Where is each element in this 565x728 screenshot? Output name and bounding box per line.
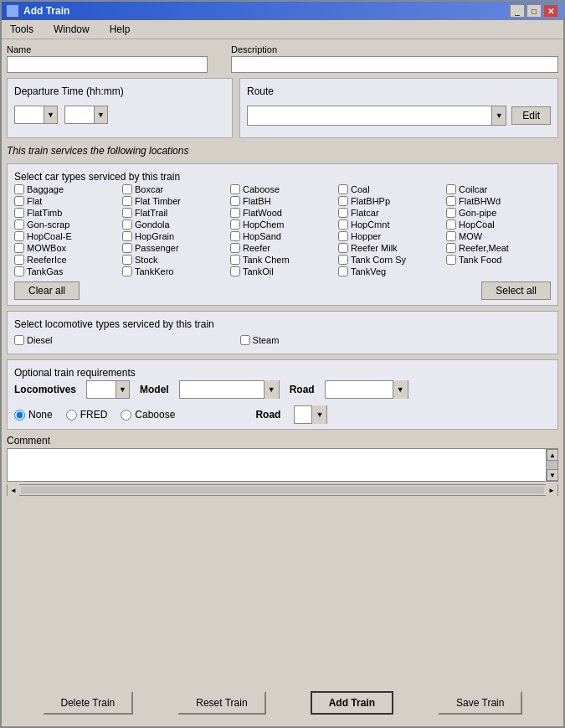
menu-window[interactable]: Window xyxy=(49,22,95,37)
hour-spinner[interactable]: ▼ xyxy=(44,106,58,124)
diesel-checkbox[interactable] xyxy=(14,335,24,345)
loco-count-input[interactable]: 0 xyxy=(86,380,116,399)
none-radio-item[interactable]: None xyxy=(14,409,53,421)
car-type-checkbox-38[interactable] xyxy=(338,266,348,276)
car-type-checkbox-32[interactable] xyxy=(230,255,240,265)
fred-radio-item[interactable]: FRED xyxy=(66,409,108,421)
save-train-button[interactable]: Save Train xyxy=(438,691,522,715)
hscroll-left-btn[interactable]: ◄ xyxy=(8,484,19,496)
car-type-checkbox-21[interactable] xyxy=(122,231,132,241)
car-type-checkbox-27[interactable] xyxy=(230,243,240,253)
road-dropdown-btn[interactable]: ▼ xyxy=(393,380,408,399)
car-type-item-15[interactable]: Gon-scrap xyxy=(14,219,119,230)
car-type-item-26[interactable]: Passenger xyxy=(122,243,227,253)
caboose-radio-item[interactable]: Caboose xyxy=(121,409,175,421)
road2-input[interactable] xyxy=(295,409,311,421)
car-type-item-0[interactable]: Baggage xyxy=(14,184,119,194)
comment-textarea[interactable] xyxy=(8,449,546,481)
car-type-checkbox-8[interactable] xyxy=(338,196,348,206)
car-type-checkbox-34[interactable] xyxy=(446,255,456,265)
menu-tools[interactable]: Tools xyxy=(5,22,39,37)
fred-radio[interactable] xyxy=(66,410,77,421)
car-type-item-29[interactable]: Reefer,Meat xyxy=(446,243,551,253)
car-type-item-17[interactable]: HopChem xyxy=(230,219,335,230)
car-type-checkbox-18[interactable] xyxy=(338,219,348,230)
car-type-checkbox-28[interactable] xyxy=(338,243,348,253)
car-type-checkbox-26[interactable] xyxy=(122,243,132,253)
menu-help[interactable]: Help xyxy=(105,22,136,37)
car-type-checkbox-5[interactable] xyxy=(14,196,24,206)
route-input[interactable] xyxy=(248,108,491,123)
car-type-checkbox-36[interactable] xyxy=(122,266,132,276)
minute-input[interactable]: 00 xyxy=(64,106,95,124)
vscroll-up-btn[interactable]: ▲ xyxy=(547,449,558,461)
car-type-item-2[interactable]: Caboose xyxy=(230,184,335,194)
car-type-checkbox-31[interactable] xyxy=(122,255,132,265)
car-type-checkbox-1[interactable] xyxy=(122,184,132,194)
diesel-checkbox-item[interactable]: Diesel xyxy=(14,335,53,345)
caboose-radio[interactable] xyxy=(121,410,131,421)
hour-input[interactable]: 00 xyxy=(14,106,44,124)
car-type-checkbox-15[interactable] xyxy=(14,219,24,230)
select-all-button[interactable]: Select all xyxy=(481,281,551,300)
car-type-item-25[interactable]: MOWBox xyxy=(14,243,119,253)
car-type-checkbox-10[interactable] xyxy=(14,208,24,218)
car-type-checkbox-24[interactable] xyxy=(446,231,456,241)
comment-vscrollbar[interactable]: ▲ ▼ xyxy=(546,449,557,481)
car-type-checkbox-9[interactable] xyxy=(446,196,456,206)
car-type-item-23[interactable]: Hopper xyxy=(338,231,443,241)
car-type-item-1[interactable]: Boxcar xyxy=(122,184,227,194)
car-type-item-13[interactable]: Flatcar xyxy=(338,208,443,218)
minimize-button[interactable]: _ xyxy=(510,4,525,18)
car-type-item-27[interactable]: Reefer xyxy=(230,243,335,253)
none-radio[interactable] xyxy=(14,410,25,421)
steam-checkbox[interactable] xyxy=(240,335,250,345)
car-type-checkbox-30[interactable] xyxy=(14,255,24,265)
delete-train-button[interactable]: Delete Train xyxy=(43,691,134,715)
car-type-checkbox-22[interactable] xyxy=(230,231,240,241)
car-type-checkbox-37[interactable] xyxy=(230,266,240,276)
car-type-item-6[interactable]: Flat Timber xyxy=(122,196,227,206)
car-type-item-31[interactable]: Stock xyxy=(122,255,227,265)
car-type-checkbox-0[interactable] xyxy=(14,184,24,194)
name-input[interactable] xyxy=(7,56,208,73)
car-type-item-12[interactable]: FlatWood xyxy=(230,208,335,218)
loco-count-spinner[interactable]: ▼ xyxy=(116,380,130,399)
maximize-button[interactable]: □ xyxy=(526,4,542,18)
car-type-checkbox-19[interactable] xyxy=(446,219,456,230)
car-type-item-28[interactable]: Reefer Milk xyxy=(338,243,443,253)
car-type-item-32[interactable]: Tank Chem xyxy=(230,255,335,265)
car-type-item-16[interactable]: Gondola xyxy=(122,219,227,230)
car-type-checkbox-33[interactable] xyxy=(338,255,348,265)
car-type-item-8[interactable]: FlatBHPp xyxy=(338,196,443,206)
car-type-checkbox-29[interactable] xyxy=(446,243,456,253)
car-type-item-5[interactable]: Flat xyxy=(14,196,119,206)
vscroll-down-btn[interactable]: ▼ xyxy=(547,469,558,481)
car-type-checkbox-17[interactable] xyxy=(230,219,240,230)
car-type-item-18[interactable]: HopCmnt xyxy=(338,219,443,230)
car-type-item-34[interactable]: Tank Food xyxy=(446,255,551,265)
reset-train-button[interactable]: Reset Train xyxy=(177,691,265,715)
model-dropdown-btn[interactable]: ▼ xyxy=(264,380,279,399)
route-edit-button[interactable]: Edit xyxy=(511,106,551,125)
car-type-checkbox-3[interactable] xyxy=(338,184,348,194)
car-type-item-11[interactable]: FlatTrail xyxy=(122,208,227,218)
car-type-item-36[interactable]: TankKero xyxy=(122,266,227,276)
car-type-checkbox-23[interactable] xyxy=(338,231,348,241)
car-type-checkbox-6[interactable] xyxy=(122,196,132,206)
car-type-item-24[interactable]: MOW xyxy=(446,231,551,241)
car-type-item-3[interactable]: Coal xyxy=(338,184,443,194)
car-type-item-33[interactable]: Tank Corn Sy xyxy=(338,255,443,265)
car-type-item-21[interactable]: HopGrain xyxy=(122,231,227,241)
car-type-checkbox-14[interactable] xyxy=(446,208,456,218)
comment-hscrollbar[interactable]: ◄ ► xyxy=(7,484,558,496)
car-type-checkbox-25[interactable] xyxy=(14,243,24,253)
car-type-item-37[interactable]: TankOil xyxy=(230,266,335,276)
car-type-item-4[interactable]: Coilcar xyxy=(446,184,551,194)
car-type-checkbox-13[interactable] xyxy=(338,208,348,218)
car-type-item-22[interactable]: HopSand xyxy=(230,231,335,241)
model-input[interactable] xyxy=(180,382,264,397)
car-type-item-20[interactable]: HopCoal-E xyxy=(14,231,119,241)
minute-spinner[interactable]: ▼ xyxy=(95,106,108,124)
car-type-checkbox-11[interactable] xyxy=(122,208,132,218)
